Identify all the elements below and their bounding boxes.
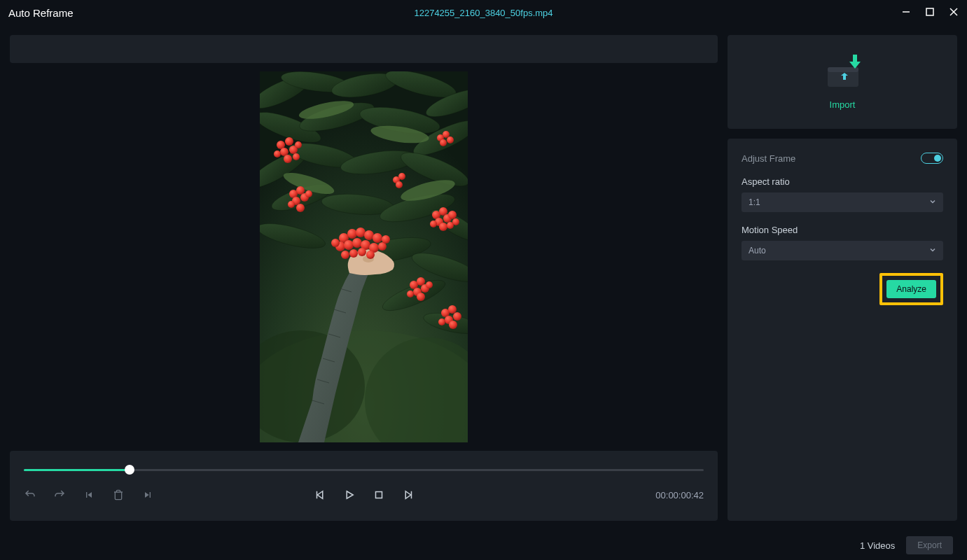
import-label: Import <box>830 99 856 110</box>
video-preview[interactable] <box>10 63 718 451</box>
play-icon[interactable] <box>343 489 356 501</box>
svg-point-64 <box>373 233 382 243</box>
stop-icon[interactable] <box>373 489 385 501</box>
svg-point-91 <box>426 281 433 288</box>
maximize-icon[interactable] <box>925 7 935 19</box>
svg-point-48 <box>293 153 300 160</box>
svg-point-83 <box>439 223 447 231</box>
edit-controls <box>24 489 154 501</box>
svg-point-62 <box>356 227 366 237</box>
video-frame <box>260 71 468 442</box>
filename-label[interactable]: 12274255_2160_3840_50fps.mp4 <box>414 8 552 18</box>
adjust-frame-row: Adjust Frame <box>742 153 943 164</box>
analyze-button[interactable]: Analyze <box>886 280 936 298</box>
motion-speed-value: Auto <box>749 246 766 255</box>
svg-point-57 <box>288 201 295 208</box>
svg-point-74 <box>366 251 375 259</box>
chevron-down-icon <box>929 198 936 206</box>
scrubber-thumb[interactable] <box>125 465 134 475</box>
settings-panel: Adjust Frame Aspect ratio 1:1 Motion Spe… <box>728 139 957 521</box>
svg-point-81 <box>430 220 437 227</box>
svg-point-67 <box>352 238 362 248</box>
timeline-scrubber[interactable] <box>24 463 704 477</box>
minimize-icon[interactable] <box>901 7 911 19</box>
svg-rect-103 <box>375 492 382 498</box>
export-button[interactable]: Export <box>906 536 953 554</box>
adjust-frame-label: Adjust Frame <box>742 153 795 164</box>
undo-icon[interactable] <box>24 489 36 501</box>
motion-speed-select[interactable]: Auto <box>742 241 943 260</box>
svg-point-71 <box>341 251 349 259</box>
svg-point-76 <box>382 235 390 244</box>
top-toolbar <box>10 35 718 63</box>
footer: 1 Videos Export <box>0 531 967 560</box>
svg-point-73 <box>358 248 366 256</box>
aspect-ratio-value: 1:1 <box>749 197 760 207</box>
svg-rect-106 <box>828 67 858 72</box>
svg-point-96 <box>453 312 461 321</box>
svg-point-58 <box>305 190 312 197</box>
svg-point-94 <box>448 305 457 314</box>
svg-point-51 <box>440 139 447 146</box>
motion-speed-label: Motion Speed <box>742 225 943 235</box>
content-area: 00:00:00:42 Import Adjust Frame <box>0 25 967 531</box>
svg-point-78 <box>439 207 447 216</box>
delete-icon[interactable] <box>112 489 125 501</box>
svg-point-72 <box>349 249 358 258</box>
svg-point-42 <box>285 137 293 146</box>
prev-frame-icon[interactable] <box>314 489 326 501</box>
svg-point-75 <box>331 239 340 247</box>
transport-controls <box>314 489 415 501</box>
svg-point-52 <box>447 136 454 144</box>
left-panel: 00:00:00:42 <box>10 35 718 521</box>
toggle-knob <box>934 155 941 162</box>
svg-point-97 <box>438 318 445 326</box>
right-panel: Import Adjust Frame Aspect ratio 1:1 Mot… <box>728 35 957 521</box>
svg-point-85 <box>452 218 459 225</box>
scrubber-progress <box>24 469 130 471</box>
analyze-wrap: Analyze <box>742 273 943 305</box>
aspect-ratio-label: Aspect ratio <box>742 176 943 187</box>
import-icon <box>818 55 867 92</box>
import-button[interactable]: Import <box>728 35 957 129</box>
svg-point-59 <box>296 204 305 212</box>
analyze-highlight: Analyze <box>879 273 943 305</box>
aspect-ratio-select[interactable]: 1:1 <box>742 192 943 212</box>
redo-icon[interactable] <box>53 489 66 501</box>
close-icon[interactable] <box>949 7 959 19</box>
video-count: 1 Videos <box>860 540 895 551</box>
timestamp: 00:00:00:42 <box>655 490 704 500</box>
svg-point-90 <box>407 290 414 298</box>
svg-point-87 <box>417 277 425 286</box>
playback-controls: 00:00:00:42 <box>10 451 718 521</box>
svg-point-66 <box>344 240 354 250</box>
svg-point-98 <box>449 321 457 329</box>
playback-row: 00:00:00:42 <box>24 477 704 512</box>
svg-point-61 <box>347 229 357 239</box>
svg-point-63 <box>364 230 374 240</box>
svg-point-47 <box>284 155 292 163</box>
svg-rect-1 <box>926 8 933 15</box>
svg-point-54 <box>296 186 305 195</box>
svg-point-50 <box>443 131 450 138</box>
skip-end-icon[interactable] <box>141 489 154 501</box>
adjust-frame-toggle[interactable] <box>921 153 943 164</box>
skip-start-icon[interactable] <box>83 489 95 501</box>
next-frame-icon[interactable] <box>402 489 415 501</box>
auto-reframe-window: Auto Reframe 12274255_2160_3840_50fps.mp… <box>0 0 967 560</box>
svg-point-100 <box>398 173 405 180</box>
svg-point-82 <box>448 211 457 219</box>
svg-point-101 <box>396 181 403 188</box>
window-title: Auto Reframe <box>8 7 74 19</box>
window-controls <box>901 7 959 19</box>
chevron-down-icon <box>929 246 936 255</box>
svg-point-92 <box>417 293 425 301</box>
svg-point-45 <box>274 150 281 158</box>
titlebar: Auto Reframe 12274255_2160_3840_50fps.mp… <box>0 0 967 25</box>
svg-point-46 <box>295 141 302 148</box>
